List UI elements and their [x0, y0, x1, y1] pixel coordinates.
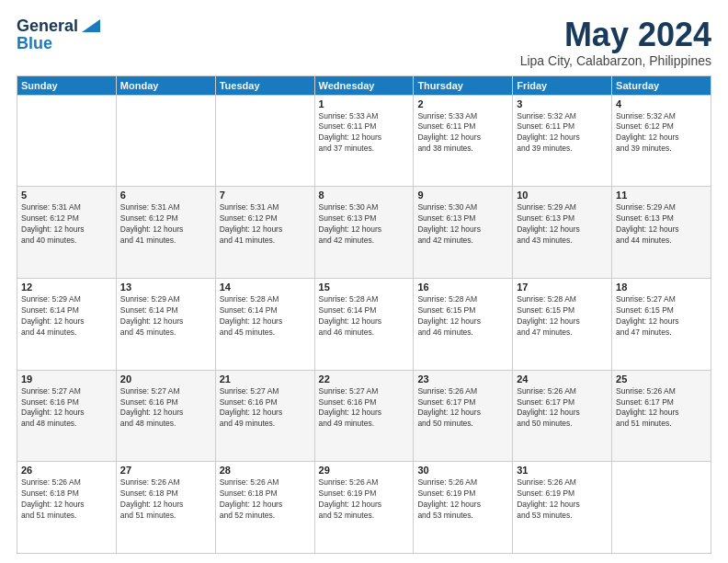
day-info: Sunrise: 5:27 AMSunset: 6:16 PMDaylight:…	[21, 386, 112, 431]
table-row: 29Sunrise: 5:26 AMSunset: 6:19 PMDayligh…	[314, 462, 414, 554]
day-number: 2	[417, 98, 508, 109]
calendar-week-5: 26Sunrise: 5:26 AMSunset: 6:18 PMDayligh…	[17, 462, 711, 554]
day-info: Sunrise: 5:29 AMSunset: 6:14 PMDaylight:…	[21, 294, 112, 339]
day-info: Sunrise: 5:26 AMSunset: 6:17 PMDaylight:…	[616, 386, 707, 431]
day-number: 20	[120, 373, 211, 385]
header: General Blue May 2024 Lipa City, Calabar…	[17, 17, 711, 68]
day-info: Sunrise: 5:27 AMSunset: 6:16 PMDaylight:…	[120, 386, 211, 431]
day-info: Sunrise: 5:26 AMSunset: 6:19 PMDaylight:…	[319, 477, 410, 522]
table-row: 19Sunrise: 5:27 AMSunset: 6:16 PMDayligh…	[17, 370, 117, 462]
day-info: Sunrise: 5:28 AMSunset: 6:14 PMDaylight:…	[319, 294, 410, 339]
day-number: 9	[417, 190, 508, 201]
table-row: 21Sunrise: 5:27 AMSunset: 6:16 PMDayligh…	[215, 370, 314, 462]
day-number: 4	[616, 98, 707, 109]
day-info: Sunrise: 5:31 AMSunset: 6:12 PMDaylight:…	[120, 202, 211, 247]
day-number: 1	[319, 98, 410, 109]
header-friday: Friday	[513, 75, 612, 95]
day-number: 25	[616, 373, 707, 385]
table-row: 15Sunrise: 5:28 AMSunset: 6:14 PMDayligh…	[314, 278, 414, 370]
title-area: May 2024 Lipa City, Calabarzon, Philippi…	[520, 17, 711, 68]
table-row: 31Sunrise: 5:26 AMSunset: 6:19 PMDayligh…	[513, 462, 612, 554]
table-row: 26Sunrise: 5:26 AMSunset: 6:18 PMDayligh…	[17, 462, 117, 554]
calendar-week-2: 5Sunrise: 5:31 AMSunset: 6:12 PMDaylight…	[17, 187, 711, 279]
day-info: Sunrise: 5:27 AMSunset: 6:16 PMDaylight:…	[319, 386, 410, 431]
day-number: 11	[616, 190, 707, 201]
table-row	[612, 462, 711, 554]
table-row	[215, 95, 314, 187]
day-info: Sunrise: 5:29 AMSunset: 6:13 PMDaylight:…	[517, 202, 608, 247]
table-row: 24Sunrise: 5:26 AMSunset: 6:17 PMDayligh…	[513, 370, 612, 462]
table-row: 16Sunrise: 5:28 AMSunset: 6:15 PMDayligh…	[414, 278, 513, 370]
day-number: 7	[220, 190, 311, 201]
day-info: Sunrise: 5:26 AMSunset: 6:17 PMDaylight:…	[517, 386, 608, 431]
day-info: Sunrise: 5:26 AMSunset: 6:18 PMDaylight:…	[21, 477, 112, 522]
table-row: 20Sunrise: 5:27 AMSunset: 6:16 PMDayligh…	[116, 370, 215, 462]
day-number: 29	[319, 465, 410, 476]
day-info: Sunrise: 5:26 AMSunset: 6:18 PMDaylight:…	[220, 477, 311, 522]
table-row	[116, 95, 215, 187]
logo: General Blue	[17, 17, 100, 53]
day-info: Sunrise: 5:33 AMSunset: 6:11 PMDaylight:…	[417, 111, 508, 155]
day-info: Sunrise: 5:30 AMSunset: 6:13 PMDaylight:…	[319, 202, 410, 247]
table-row: 30Sunrise: 5:26 AMSunset: 6:19 PMDayligh…	[414, 462, 513, 554]
day-info: Sunrise: 5:28 AMSunset: 6:15 PMDaylight:…	[517, 294, 608, 339]
day-info: Sunrise: 5:26 AMSunset: 6:19 PMDaylight:…	[517, 477, 608, 522]
day-number: 19	[21, 373, 112, 385]
table-row: 9Sunrise: 5:30 AMSunset: 6:13 PMDaylight…	[414, 187, 513, 279]
day-number: 5	[21, 190, 112, 201]
header-thursday: Thursday	[414, 75, 513, 95]
day-info: Sunrise: 5:27 AMSunset: 6:15 PMDaylight:…	[616, 294, 707, 339]
day-number: 18	[616, 282, 707, 293]
day-number: 8	[319, 190, 410, 201]
table-row: 1Sunrise: 5:33 AMSunset: 6:11 PMDaylight…	[314, 95, 414, 187]
day-info: Sunrise: 5:31 AMSunset: 6:12 PMDaylight:…	[220, 202, 311, 247]
day-number: 22	[319, 373, 410, 385]
table-row: 8Sunrise: 5:30 AMSunset: 6:13 PMDaylight…	[314, 187, 414, 279]
calendar-header-row: Sunday Monday Tuesday Wednesday Thursday…	[17, 75, 711, 95]
table-row: 23Sunrise: 5:26 AMSunset: 6:17 PMDayligh…	[414, 370, 513, 462]
table-row: 3Sunrise: 5:32 AMSunset: 6:11 PMDaylight…	[513, 95, 612, 187]
table-row: 2Sunrise: 5:33 AMSunset: 6:11 PMDaylight…	[414, 95, 513, 187]
header-wednesday: Wednesday	[314, 75, 414, 95]
day-info: Sunrise: 5:30 AMSunset: 6:13 PMDaylight:…	[417, 202, 508, 247]
day-number: 23	[417, 373, 508, 385]
logo-blue: Blue	[17, 34, 52, 53]
table-row: 5Sunrise: 5:31 AMSunset: 6:12 PMDaylight…	[17, 187, 117, 279]
day-number: 28	[220, 465, 311, 476]
day-info: Sunrise: 5:29 AMSunset: 6:13 PMDaylight:…	[616, 202, 707, 247]
header-sunday: Sunday	[17, 75, 117, 95]
day-number: 27	[120, 465, 211, 476]
day-info: Sunrise: 5:27 AMSunset: 6:16 PMDaylight:…	[220, 386, 311, 431]
day-number: 30	[417, 465, 508, 476]
day-info: Sunrise: 5:28 AMSunset: 6:15 PMDaylight:…	[417, 294, 508, 339]
day-info: Sunrise: 5:26 AMSunset: 6:18 PMDaylight:…	[120, 477, 211, 522]
logo-triangle-icon	[80, 19, 100, 34]
table-row: 22Sunrise: 5:27 AMSunset: 6:16 PMDayligh…	[314, 370, 414, 462]
table-row: 4Sunrise: 5:32 AMSunset: 6:12 PMDaylight…	[612, 95, 711, 187]
table-row: 6Sunrise: 5:31 AMSunset: 6:12 PMDaylight…	[116, 187, 215, 279]
table-row: 14Sunrise: 5:28 AMSunset: 6:14 PMDayligh…	[215, 278, 314, 370]
day-info: Sunrise: 5:29 AMSunset: 6:14 PMDaylight:…	[120, 294, 211, 339]
table-row: 28Sunrise: 5:26 AMSunset: 6:18 PMDayligh…	[215, 462, 314, 554]
calendar-week-4: 19Sunrise: 5:27 AMSunset: 6:16 PMDayligh…	[17, 370, 711, 462]
day-number: 26	[21, 465, 112, 476]
page: General Blue May 2024 Lipa City, Calabar…	[0, 0, 728, 563]
day-number: 12	[21, 282, 112, 293]
header-tuesday: Tuesday	[215, 75, 314, 95]
day-info: Sunrise: 5:32 AMSunset: 6:12 PMDaylight:…	[616, 111, 707, 155]
day-number: 21	[220, 373, 311, 385]
day-number: 3	[517, 98, 608, 109]
day-info: Sunrise: 5:26 AMSunset: 6:17 PMDaylight:…	[417, 386, 508, 431]
day-info: Sunrise: 5:32 AMSunset: 6:11 PMDaylight:…	[517, 111, 608, 155]
day-number: 17	[517, 282, 608, 293]
day-number: 10	[517, 190, 608, 201]
table-row: 12Sunrise: 5:29 AMSunset: 6:14 PMDayligh…	[17, 278, 117, 370]
day-number: 13	[120, 282, 211, 293]
header-saturday: Saturday	[612, 75, 711, 95]
day-info: Sunrise: 5:31 AMSunset: 6:12 PMDaylight:…	[21, 202, 112, 247]
calendar-week-3: 12Sunrise: 5:29 AMSunset: 6:14 PMDayligh…	[17, 278, 711, 370]
day-number: 6	[120, 190, 211, 201]
table-row: 7Sunrise: 5:31 AMSunset: 6:12 PMDaylight…	[215, 187, 314, 279]
header-monday: Monday	[116, 75, 215, 95]
day-number: 14	[220, 282, 311, 293]
